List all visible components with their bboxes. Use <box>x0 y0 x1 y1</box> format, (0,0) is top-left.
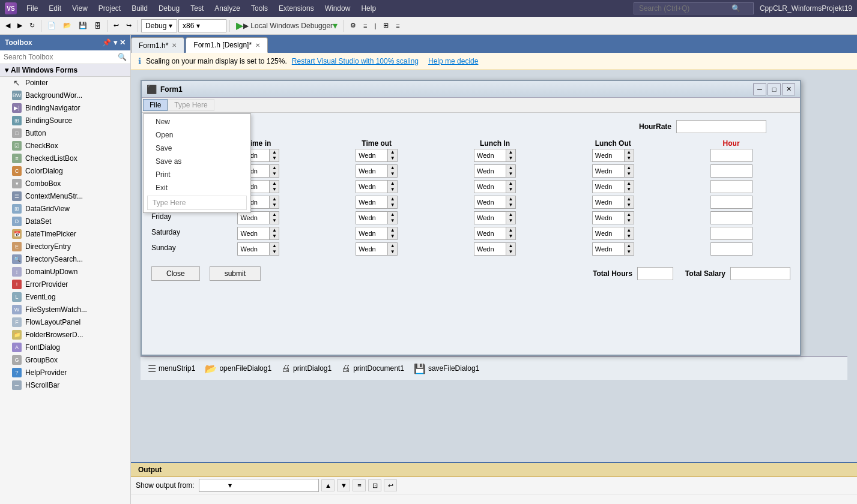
lunchout-up[interactable]: ▲ <box>625 165 634 171</box>
toolbar-extra-btn3[interactable]: | <box>372 19 380 33</box>
dropdown-saveas[interactable]: Save as <box>144 155 250 168</box>
toolbox-item-bindingnavigator[interactable]: ▶| BindingNavigator <box>0 102 130 115</box>
timein-up[interactable]: ▲ <box>270 196 279 202</box>
undo-btn[interactable]: ↩ <box>111 19 122 33</box>
platform-dropdown[interactable]: x86 ▾ <box>178 19 226 32</box>
toolbox-item-checkedlistbox[interactable]: ≡ CheckedListBox <box>0 152 130 165</box>
output-btn3[interactable]: ≡ <box>353 479 366 491</box>
toolbox-item-backgroundworker[interactable]: BW BackgroundWor... <box>0 89 130 102</box>
timein-up[interactable]: ▲ <box>270 227 279 233</box>
toolbox-item-contextmenustrip[interactable]: ☰ ContextMenuStr... <box>0 190 130 203</box>
timeout-dn[interactable]: ▼ <box>388 171 397 177</box>
toolbox-item-datagridview[interactable]: ⊞ DataGridView <box>0 203 130 215</box>
toolbox-item-bindingsource[interactable]: ⊞ BindingSource <box>0 115 130 127</box>
menu-project[interactable]: Project <box>94 2 126 14</box>
submit-button[interactable]: submit <box>210 266 261 281</box>
lunchout-dn[interactable]: ▼ <box>625 249 634 255</box>
lunchout-up[interactable]: ▲ <box>625 181 634 187</box>
total-salary-input[interactable] <box>730 267 790 280</box>
lunchin-up[interactable]: ▲ <box>506 227 515 233</box>
output-btn5[interactable]: ↩ <box>384 479 397 491</box>
timeout-spinner[interactable]: Wedn ▲ ▼ <box>356 196 398 209</box>
toolbox-item-flowlayoutpanel[interactable]: F FlowLayoutPanel <box>0 316 130 329</box>
timein-up[interactable]: ▲ <box>270 243 279 249</box>
dropdown-save[interactable]: Save <box>144 142 250 155</box>
total-hours-input[interactable] <box>637 267 673 280</box>
open-btn[interactable]: 📂 <box>60 19 74 33</box>
toolbox-item-folderbrowserdialog[interactable]: 📁 FolderBrowserD... <box>0 329 130 341</box>
toolbox-item-directorysearch[interactable]: 🔍 DirectorySearch... <box>0 253 130 266</box>
menu-window[interactable]: Window <box>320 2 356 14</box>
toolbox-item-errorprovider[interactable]: ! ErrorProvider <box>0 278 130 291</box>
close-button[interactable]: Close <box>151 266 200 281</box>
form-file-menu[interactable]: File <box>143 99 168 111</box>
timein-dn[interactable]: ▼ <box>270 218 279 224</box>
menu-build[interactable]: Build <box>127 2 153 14</box>
timein-dn[interactable]: ▼ <box>270 249 279 255</box>
toolbox-search-input[interactable] <box>4 53 118 61</box>
timeout-spinner[interactable]: Wedn ▲ ▼ <box>356 149 398 162</box>
lunchin-dn[interactable]: ▼ <box>506 249 515 255</box>
tab-close-form1h-design[interactable]: ✕ <box>255 42 260 49</box>
menu-analyze[interactable]: Analyze <box>210 2 245 14</box>
lunchin-up[interactable]: ▲ <box>506 243 515 249</box>
lunchout-up[interactable]: ▲ <box>625 243 634 249</box>
toolbox-item-colordialog[interactable]: C ColorDialog <box>0 165 130 178</box>
timein-spinner[interactable]: Wedn ▲ ▼ <box>237 242 279 256</box>
toolbox-options-btn[interactable]: ▾ <box>114 38 117 47</box>
menu-test[interactable]: Test <box>186 2 208 14</box>
toolbox-item-helpprovider[interactable]: ? HelpProvider <box>0 367 130 379</box>
timeout-dn[interactable]: ▼ <box>388 218 397 224</box>
dropdown-open[interactable]: Open <box>144 128 250 142</box>
timeout-up[interactable]: ▲ <box>388 181 397 187</box>
toolbar-extra-btn5[interactable]: ≡ <box>393 19 402 33</box>
maximize-btn[interactable]: □ <box>768 83 781 95</box>
lunchin-spinner[interactable]: Wedn ▲ ▼ <box>474 180 516 193</box>
lunchout-up[interactable]: ▲ <box>625 227 634 233</box>
menu-view[interactable]: View <box>67 2 92 14</box>
timeout-up[interactable]: ▲ <box>388 196 397 202</box>
timeout-up[interactable]: ▲ <box>388 212 397 218</box>
tab-form1h[interactable]: Form1.h* ✕ <box>131 37 184 53</box>
toolbox-item-directoryentry[interactable]: E DirectoryEntry <box>0 241 130 253</box>
menu-debug[interactable]: Debug <box>154 2 184 14</box>
timein-spinner[interactable]: Wedn ▲ ▼ <box>237 227 279 240</box>
timeout-spinner[interactable]: Wedn ▲ ▼ <box>356 242 398 256</box>
toolbox-search[interactable]: 🔍 <box>0 50 130 64</box>
lunchin-dn[interactable]: ▼ <box>506 233 515 239</box>
timeout-dn[interactable]: ▼ <box>388 249 397 255</box>
forward-btn[interactable]: ▶ <box>14 19 25 33</box>
lunchin-dn[interactable]: ▼ <box>506 202 515 208</box>
lunchout-spinner[interactable]: Wedn ▲ ▼ <box>592 242 634 256</box>
debug-mode-dropdown[interactable]: Debug ▾ <box>141 19 177 32</box>
menu-tools[interactable]: Tools <box>246 2 273 14</box>
timeout-dn[interactable]: ▼ <box>388 187 397 193</box>
output-btn1[interactable]: ▲ <box>321 479 335 491</box>
global-search-input[interactable] <box>639 4 729 13</box>
toolbox-item-eventlog[interactable]: L EventLog <box>0 291 130 304</box>
tray-openfiledialog[interactable]: 📂 openFileDialog1 <box>205 363 271 374</box>
tray-printdialog[interactable]: 🖨 printDialog1 <box>281 363 332 374</box>
timein-up[interactable]: ▲ <box>270 181 279 187</box>
timeout-dn[interactable]: ▼ <box>388 202 397 208</box>
timeout-spinner[interactable]: Wedn ▲ ▼ <box>356 164 398 178</box>
lunchout-spinner[interactable]: Wedn ▲ ▼ <box>592 227 634 240</box>
hour-input[interactable] <box>710 164 753 178</box>
toolbox-item-filesystemwatcher[interactable]: W FileSystemWatch... <box>0 304 130 316</box>
toolbar-extra-btn2[interactable]: ≡ <box>360 19 370 33</box>
timein-dn[interactable]: ▼ <box>270 171 279 177</box>
hour-input[interactable] <box>710 211 753 224</box>
lunchout-dn[interactable]: ▼ <box>625 202 634 208</box>
menu-extensions[interactable]: Extensions <box>274 2 319 14</box>
toolbox-item-pointer[interactable]: ↖ Pointer <box>0 77 130 89</box>
minimize-btn[interactable]: ─ <box>753 83 766 95</box>
lunchin-spinner[interactable]: Wedn ▲ ▼ <box>474 149 516 162</box>
lunchin-up[interactable]: ▲ <box>506 196 515 202</box>
menu-edit[interactable]: Edit <box>44 2 66 14</box>
timein-dn[interactable]: ▼ <box>270 233 279 239</box>
timein-dn[interactable]: ▼ <box>270 187 279 193</box>
toolbox-item-checkbox[interactable]: ☑ CheckBox <box>0 140 130 152</box>
toolbox-item-hscrollbar[interactable]: ─ HScrollBar <box>0 379 130 392</box>
global-search-box[interactable]: 🔍 <box>634 2 754 14</box>
lunchout-dn[interactable]: ▼ <box>625 171 634 177</box>
